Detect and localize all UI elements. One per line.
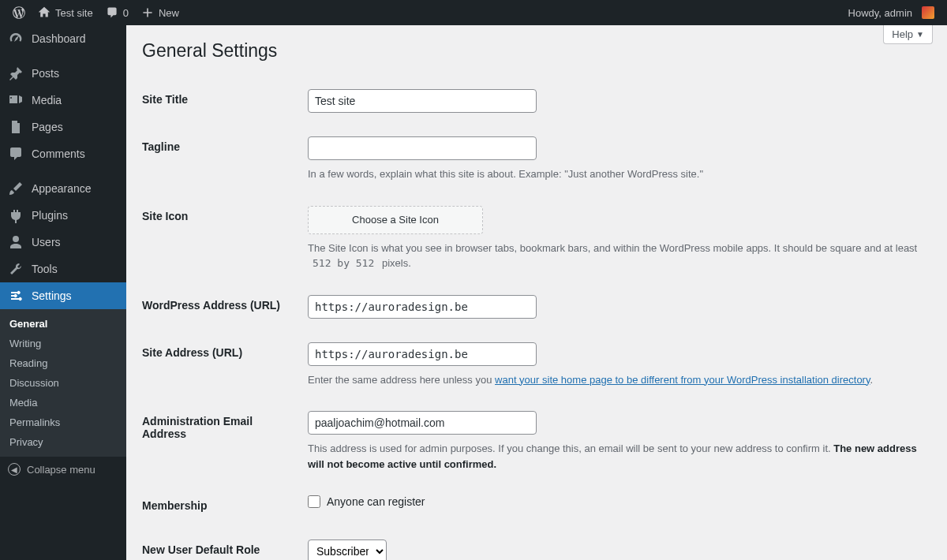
submenu-general[interactable]: General xyxy=(0,314,126,334)
menu-pages[interactable]: Pages xyxy=(0,114,126,140)
settings-submenu: General Writing Reading Discussion Media… xyxy=(0,309,126,457)
submenu-media[interactable]: Media xyxy=(0,393,126,413)
home-icon xyxy=(38,6,51,19)
collapse-icon: ◀ xyxy=(8,463,21,476)
menu-label: Plugins xyxy=(32,209,68,222)
menu-users[interactable]: Users xyxy=(0,229,126,256)
choose-site-icon-button[interactable]: Choose a Site Icon xyxy=(308,206,483,234)
settings-icon xyxy=(8,288,24,304)
page-icon xyxy=(8,119,24,135)
submenu-privacy[interactable]: Privacy xyxy=(0,432,126,452)
site-icon-description: The Site Icon is what you see in browser… xyxy=(308,241,923,271)
site-url-help-link[interactable]: want your site home page to be different… xyxy=(495,374,870,386)
avatar xyxy=(922,6,934,19)
help-label: Help xyxy=(892,28,913,40)
admin-email-input[interactable] xyxy=(308,411,537,435)
site-icon-dimensions: 512 by 512 xyxy=(308,256,379,271)
site-url-label: Site Address (URL) xyxy=(142,330,300,400)
site-url-description: Enter the same address here unless you w… xyxy=(308,372,923,388)
admin-email-description: This address is used for admin purposes.… xyxy=(308,441,923,472)
menu-tools[interactable]: Tools xyxy=(0,256,126,282)
tagline-description: In a few words, explain what this site i… xyxy=(308,166,923,182)
adminbar-site-title: Test site xyxy=(55,7,93,19)
membership-checkbox[interactable] xyxy=(308,495,320,508)
collapse-label: Collapse menu xyxy=(27,464,95,476)
menu-settings[interactable]: Settings xyxy=(0,282,126,309)
site-url-input[interactable] xyxy=(308,342,537,366)
plus-icon xyxy=(141,6,154,19)
membership-label: Membership xyxy=(142,483,300,528)
page-title: General Settings xyxy=(142,33,931,77)
admin-email-label: Administration Email Address xyxy=(142,399,300,483)
tagline-label: Tagline xyxy=(142,125,300,194)
site-icon-label: Site Icon xyxy=(142,194,300,283)
submenu-discussion[interactable]: Discussion xyxy=(0,373,126,393)
menu-dashboard[interactable]: Dashboard xyxy=(0,25,126,52)
wp-url-input[interactable] xyxy=(308,295,537,319)
menu-label: Tools xyxy=(32,263,58,275)
default-role-label: New User Default Role xyxy=(142,528,300,560)
menu-media[interactable]: Media xyxy=(0,87,126,114)
submenu-reading[interactable]: Reading xyxy=(0,353,126,373)
menu-label: Posts xyxy=(32,67,59,80)
site-title-label: Site Title xyxy=(142,77,300,125)
media-icon xyxy=(8,92,24,108)
adminbar-comments[interactable]: 0 xyxy=(99,0,135,25)
adminbar-account[interactable]: Howdy, admin xyxy=(842,0,941,25)
submenu-writing[interactable]: Writing xyxy=(0,334,126,353)
pin-icon xyxy=(8,65,24,81)
collapse-menu[interactable]: ◀ Collapse menu xyxy=(0,457,126,482)
membership-checkbox-label[interactable]: Anyone can register xyxy=(308,495,923,508)
menu-label: Settings xyxy=(32,289,72,302)
menu-appearance[interactable]: Appearance xyxy=(0,175,126,202)
wordpress-icon xyxy=(13,6,25,19)
wp-url-label: WordPress Address (URL) xyxy=(142,283,300,330)
menu-label: Users xyxy=(32,236,61,248)
plugin-icon xyxy=(8,207,24,223)
help-tab[interactable]: Help ▼ xyxy=(883,25,933,44)
adminbar-howdy: Howdy, admin xyxy=(848,7,912,19)
wp-logo[interactable] xyxy=(6,0,32,25)
menu-label: Appearance xyxy=(32,182,92,195)
submenu-permalinks[interactable]: Permalinks xyxy=(0,413,126,432)
menu-label: Comments xyxy=(32,147,85,160)
adminbar-comments-count: 0 xyxy=(123,7,129,19)
default-role-select[interactable]: Subscriber xyxy=(308,539,387,560)
brush-icon xyxy=(8,181,24,196)
menu-label: Pages xyxy=(32,121,63,133)
adminbar-site-link[interactable]: Test site xyxy=(32,0,99,25)
menu-comments[interactable]: Comments xyxy=(0,140,126,167)
tools-icon xyxy=(8,261,24,277)
adminbar-new-label: New xyxy=(159,7,179,19)
comment-icon xyxy=(106,6,118,19)
dashboard-icon xyxy=(8,31,24,47)
menu-plugins[interactable]: Plugins xyxy=(0,202,126,229)
adminbar-new[interactable]: New xyxy=(135,0,185,25)
tagline-input[interactable] xyxy=(308,136,537,160)
comment-icon xyxy=(8,146,24,162)
menu-label: Media xyxy=(32,94,62,106)
site-title-input[interactable] xyxy=(308,89,537,113)
menu-label: Dashboard xyxy=(32,32,86,45)
menu-posts[interactable]: Posts xyxy=(0,60,126,87)
chevron-down-icon: ▼ xyxy=(916,30,924,39)
user-icon xyxy=(8,234,24,250)
